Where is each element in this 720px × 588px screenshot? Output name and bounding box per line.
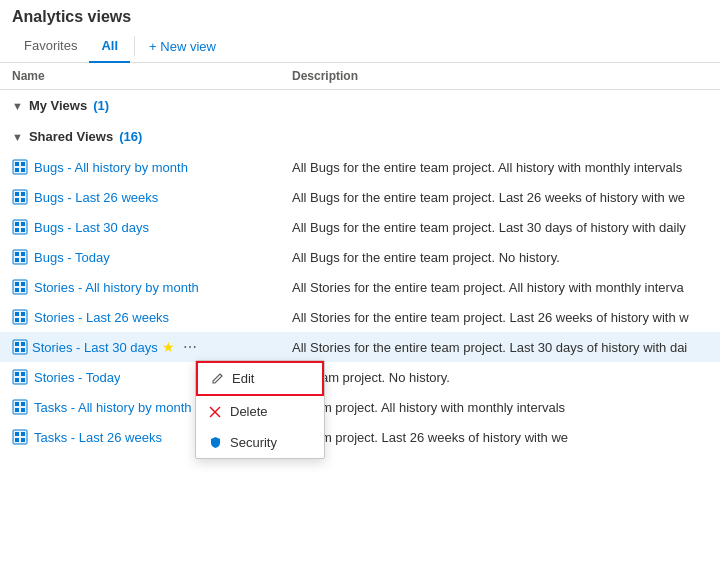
svg-rect-13 <box>15 228 19 232</box>
shared-views-count: (16) <box>119 129 142 144</box>
row-link[interactable]: Stories - Today <box>34 370 120 385</box>
row-link[interactable]: Bugs - All history by month <box>34 160 188 175</box>
more-button[interactable]: ⋯ <box>179 337 202 357</box>
row-desc: All Bugs for the entire team project. No… <box>292 250 708 265</box>
new-view-button[interactable]: + New view <box>139 33 226 60</box>
view-icon <box>12 309 28 325</box>
row-link[interactable]: Bugs - Today <box>34 250 110 265</box>
list-item: Bugs - Last 30 days All Bugs for the ent… <box>0 212 720 242</box>
svg-rect-26 <box>15 312 19 316</box>
delete-label: Delete <box>230 404 268 419</box>
svg-rect-41 <box>21 378 25 382</box>
tab-divider <box>134 36 135 56</box>
svg-rect-7 <box>21 192 25 196</box>
svg-rect-1 <box>15 162 19 166</box>
svg-rect-44 <box>21 402 25 406</box>
svg-rect-4 <box>21 168 25 172</box>
svg-rect-2 <box>21 162 25 166</box>
list-item: Bugs - Today All Bugs for the entire tea… <box>0 242 720 272</box>
svg-rect-45 <box>15 408 19 412</box>
context-menu-delete[interactable]: Delete <box>196 396 324 427</box>
list-item: Stories - Today ire team project. No his… <box>0 362 720 392</box>
svg-rect-50 <box>15 438 19 442</box>
svg-rect-32 <box>21 342 25 346</box>
svg-rect-39 <box>21 372 25 376</box>
row-link[interactable]: Bugs - Last 30 days <box>34 220 149 235</box>
view-icon <box>12 249 28 265</box>
svg-rect-24 <box>21 288 25 292</box>
view-icon <box>12 159 28 175</box>
row-desc: ire team project. No history. <box>292 370 708 385</box>
row-desc: All Bugs for the entire team project. Al… <box>292 160 708 175</box>
svg-rect-38 <box>15 372 19 376</box>
svg-rect-48 <box>15 432 19 436</box>
list-item-highlighted: Stories - Last 30 days ★ ⋯ All Stories f… <box>0 332 720 362</box>
svg-rect-27 <box>21 312 25 316</box>
row-desc: e team project. All history with monthly… <box>292 400 708 415</box>
shared-views-label: Shared Views <box>29 129 113 144</box>
row-desc: All Stories for the entire team project.… <box>292 340 708 355</box>
my-views-count: (1) <box>93 98 109 113</box>
row-link[interactable]: Bugs - Last 26 weeks <box>34 190 158 205</box>
context-menu: Edit Delete Security <box>195 360 325 459</box>
svg-rect-3 <box>15 168 19 172</box>
star-icon[interactable]: ★ <box>162 339 175 355</box>
svg-rect-16 <box>15 252 19 256</box>
x-icon <box>208 405 222 419</box>
edit-label: Edit <box>232 371 254 386</box>
svg-rect-11 <box>15 222 19 226</box>
tab-all[interactable]: All <box>89 30 130 63</box>
list-item: Bugs - All history by month All Bugs for… <box>0 152 720 182</box>
svg-rect-43 <box>15 402 19 406</box>
view-icon <box>12 189 28 205</box>
row-link[interactable]: Stories - All history by month <box>34 280 199 295</box>
shield-icon <box>208 436 222 450</box>
list-item: Stories - Last 26 weeks All Stories for … <box>0 302 720 332</box>
pencil-icon <box>210 372 224 386</box>
list-item: Tasks - All history by month e team proj… <box>0 392 720 422</box>
page-header: Analytics views <box>0 0 720 30</box>
col-name: Name <box>12 69 292 83</box>
section-shared-views[interactable]: ▼ Shared Views (16) <box>0 121 720 152</box>
context-menu-edit[interactable]: Edit <box>196 361 324 396</box>
svg-rect-23 <box>15 288 19 292</box>
svg-rect-31 <box>15 342 19 346</box>
svg-rect-18 <box>15 258 19 262</box>
view-icon <box>12 369 28 385</box>
svg-rect-49 <box>21 432 25 436</box>
svg-rect-22 <box>21 282 25 286</box>
view-icon <box>12 429 28 445</box>
svg-rect-9 <box>21 198 25 202</box>
security-label: Security <box>230 435 277 450</box>
table-header: Name Description <box>0 63 720 90</box>
view-icon <box>12 399 28 415</box>
svg-rect-46 <box>21 408 25 412</box>
row-desc: All Bugs for the entire team project. La… <box>292 220 708 235</box>
view-icon <box>12 219 28 235</box>
row-link[interactable]: Tasks - Last 26 weeks <box>34 430 162 445</box>
row-link[interactable]: Stories - Last 30 days <box>32 340 158 355</box>
svg-rect-8 <box>15 198 19 202</box>
row-desc: All Stories for the entire team project.… <box>292 280 708 295</box>
my-views-label: My Views <box>29 98 87 113</box>
svg-rect-40 <box>15 378 19 382</box>
row-desc: All Bugs for the entire team project. La… <box>292 190 708 205</box>
chevron-down-icon: ▼ <box>12 100 23 112</box>
chevron-down-icon-2: ▼ <box>12 131 23 143</box>
tab-favorites[interactable]: Favorites <box>12 30 89 63</box>
row-desc: e team project. Last 26 weeks of history… <box>292 430 708 445</box>
row-link[interactable]: Tasks - All history by month <box>34 400 192 415</box>
context-menu-security[interactable]: Security <box>196 427 324 458</box>
list-item: Tasks - Last 26 weeks e team project. La… <box>0 422 720 452</box>
svg-rect-29 <box>21 318 25 322</box>
view-icon <box>12 339 28 355</box>
svg-rect-34 <box>21 348 25 352</box>
section-my-views[interactable]: ▼ My Views (1) <box>0 90 720 121</box>
svg-rect-21 <box>15 282 19 286</box>
row-desc: All Stories for the entire team project.… <box>292 310 708 325</box>
view-icon <box>12 279 28 295</box>
svg-rect-6 <box>15 192 19 196</box>
col-description: Description <box>292 69 708 83</box>
row-link[interactable]: Stories - Last 26 weeks <box>34 310 169 325</box>
svg-rect-28 <box>15 318 19 322</box>
